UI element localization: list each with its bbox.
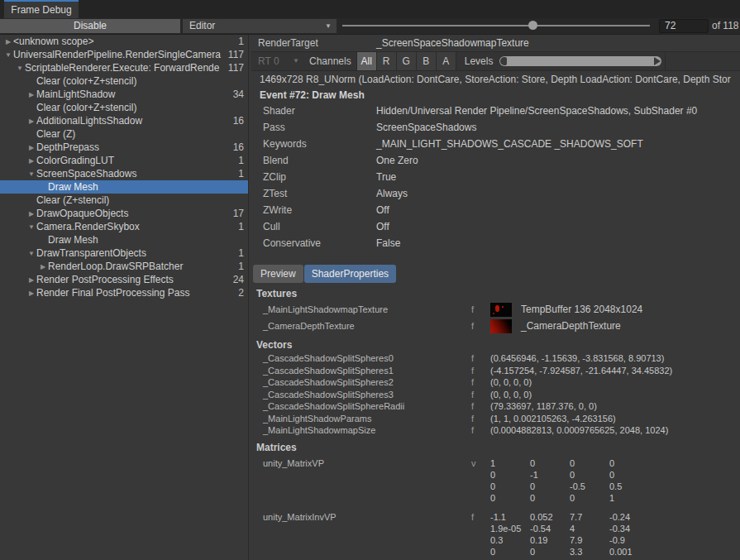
tree-row[interactable]: Clear (Z+stencil) <box>0 194 248 207</box>
foldout-collapsed-icon[interactable]: ▶ <box>38 263 48 270</box>
tree-row[interactable]: ▶RenderLoop.DrawSRPBatcher1 <box>0 260 248 273</box>
render-target-row: RenderTarget _ScreenSpaceShadowmapTextur… <box>251 35 740 51</box>
matrix-values: -1.10.0527.7-0.24 1.9e-05-0.544-0.34 0.3… <box>490 511 649 558</box>
levels-minmax-slider[interactable] <box>499 56 661 66</box>
foldout-expanded-icon[interactable]: ▼ <box>3 51 13 59</box>
tree-row[interactable]: ▶Render Final PostProcessing Pass2 <box>0 286 248 299</box>
vector-value: (1, 1, 0.002105263, -4.263156) <box>490 414 616 424</box>
tree-item-count: 16 <box>232 141 248 153</box>
property-value: True <box>376 171 396 183</box>
tree-row[interactable]: ▶AdditionalLightsShadow16 <box>0 114 248 127</box>
tree-row[interactable]: ▼ScriptableRenderer.Execute: ForwardRend… <box>0 61 248 74</box>
property-label: ZTest <box>251 188 376 199</box>
vector-value: (0, 0, 0, 0) <box>490 390 532 400</box>
channel-a-button[interactable]: A <box>436 52 456 70</box>
tree-item-count: 1 <box>236 168 248 179</box>
vectors-section-header: Vectors <box>251 338 740 352</box>
tree-item-label: DrawOpaqueObjects <box>36 208 232 219</box>
channel-b-button[interactable]: B <box>416 52 436 70</box>
foldout-collapsed-icon[interactable]: ▶ <box>26 210 36 218</box>
property-value: _MAIN_LIGHT_SHADOWS_CASCADE _SHADOWS_SOF… <box>376 138 643 150</box>
vector-name: _CascadeShadowSplitSpheres2 <box>251 377 471 387</box>
vector-type: f <box>471 366 490 376</box>
disable-button[interactable]: Disable <box>0 19 180 33</box>
target-dropdown[interactable]: Editor ▼ <box>183 19 337 33</box>
frame-number-input[interactable]: 72 <box>659 19 709 33</box>
tree-item-label: MainLightShadow <box>36 89 232 100</box>
tree-item-label: Render Final PostProcessing Pass <box>36 287 236 299</box>
frame-slider-handle[interactable] <box>528 21 537 30</box>
event-tree-panel: ▶<unknown scope>1 ▼UniversalRenderPipeli… <box>0 35 249 560</box>
levels-max-handle[interactable] <box>654 57 661 65</box>
tree-item-label: ScreenSpaceShadows <box>36 168 236 179</box>
tree-row-selected[interactable]: Draw Mesh <box>0 180 248 194</box>
vector-name: _CascadeShadowSplitSpheres1 <box>251 366 471 376</box>
foldout-expanded-icon[interactable]: ▼ <box>15 65 25 72</box>
tree-row[interactable]: ▶<unknown scope>1 <box>0 35 248 48</box>
property-label: Blend <box>251 155 376 166</box>
frame-debug-window: { "colors":{"accent_blue":"#3b79bc","sel… <box>0 0 740 560</box>
detail-tabs: Preview ShaderProperties <box>253 265 740 283</box>
matrix-cell: 1 <box>490 457 530 469</box>
vector-value: (79.33697, 1187.376, 0, 0) <box>490 401 597 411</box>
tree-row[interactable]: Clear (color+Z+stencil) <box>0 74 248 88</box>
depth-texture-thumbnail[interactable] <box>490 319 512 333</box>
channel-g-button[interactable]: G <box>396 52 416 70</box>
tree-row[interactable]: Clear (Z) <box>0 127 248 141</box>
foldout-collapsed-icon[interactable]: ▶ <box>26 144 36 151</box>
thumbnail-detail <box>495 305 499 312</box>
channel-r-button[interactable]: R <box>376 52 396 70</box>
tree-item-label: DepthPrepass <box>36 141 232 153</box>
property-value: ScreenSpaceShadows <box>376 122 476 133</box>
vector-name: _MainLightShadowmapSize <box>251 425 471 435</box>
channel-all-button[interactable]: All <box>356 52 376 70</box>
matrix-cell: 0 <box>490 546 530 558</box>
frame-slider-track[interactable] <box>342 25 650 26</box>
rt-index-dropdown[interactable]: RT 0 ▼ <box>258 52 294 70</box>
tab-shader-properties[interactable]: ShaderProperties <box>304 265 396 283</box>
tab-preview[interactable]: Preview <box>253 265 303 283</box>
foldout-collapsed-icon[interactable]: ▶ <box>26 91 36 98</box>
tree-row[interactable]: ▼Camera.RenderSkybox1 <box>0 220 248 233</box>
tree-row[interactable]: ▼DrawTransparentObjects1 <box>0 246 248 260</box>
matrix-cell: 0 <box>530 546 570 558</box>
tree-row[interactable]: Clear (color+Z+stencil) <box>0 101 248 114</box>
property-row: Keywords_MAIN_LIGHT_SHADOWS_CASCADE _SHA… <box>251 136 740 152</box>
tab-frame-debug[interactable]: Frame Debug <box>4 0 79 18</box>
vector-type: f <box>471 425 490 435</box>
textures-section-header: Textures <box>251 287 740 301</box>
matrix-cell: 0.3 <box>490 534 530 546</box>
vector-type: f <box>471 401 490 411</box>
tree-item-label: DrawTransparentObjects <box>36 247 236 259</box>
chevron-down-icon: ▼ <box>325 19 332 33</box>
shadowmap-thumbnail[interactable] <box>490 303 512 317</box>
levels-min-handle[interactable] <box>500 57 507 65</box>
tree-item-label: Clear (Z+stencil) <box>36 194 242 206</box>
tree-row[interactable]: ▼UniversalRenderPipeline.RenderSingleCam… <box>0 48 248 61</box>
foldout-collapsed-icon[interactable]: ▶ <box>26 157 36 165</box>
foldout-collapsed-icon[interactable]: ▶ <box>26 290 36 297</box>
vector-row: _CascadeShadowSplitSpheres2f(0, 0, 0, 0) <box>251 376 740 389</box>
tree-row[interactable]: ▶ColorGradingLUT1 <box>0 154 248 167</box>
foldout-collapsed-icon[interactable]: ▶ <box>26 276 36 284</box>
foldout-expanded-icon[interactable]: ▼ <box>26 250 36 257</box>
foldout-collapsed-icon[interactable]: ▶ <box>3 38 13 45</box>
tree-row[interactable]: ▶DrawOpaqueObjects17 <box>0 207 248 220</box>
tree-row[interactable]: ▶MainLightShadow34 <box>0 88 248 101</box>
tree-row[interactable]: ▼ScreenSpaceShadows1 <box>0 167 248 180</box>
matrix-cell: 0 <box>530 492 570 504</box>
matrix-cell: 1.9e-05 <box>490 523 530 534</box>
matrix-cell: 0 <box>570 469 609 481</box>
toolbar: Disable Editor ▼ <box>0 18 740 35</box>
tree-item-count: 1 <box>236 261 248 272</box>
property-value: Always <box>376 188 408 199</box>
tree-row[interactable]: ▶Render PostProcessing Effects24 <box>0 273 248 286</box>
tree-row[interactable]: Draw Mesh <box>0 233 248 246</box>
channels-label: Channels <box>309 55 351 67</box>
foldout-expanded-icon[interactable]: ▼ <box>26 223 36 231</box>
foldout-collapsed-icon[interactable]: ▶ <box>26 117 36 125</box>
thumbnail-detail <box>493 313 494 314</box>
target-dropdown-value: Editor <box>183 20 215 31</box>
tree-row[interactable]: ▶DepthPrepass16 <box>0 141 248 154</box>
foldout-expanded-icon[interactable]: ▼ <box>26 170 36 178</box>
